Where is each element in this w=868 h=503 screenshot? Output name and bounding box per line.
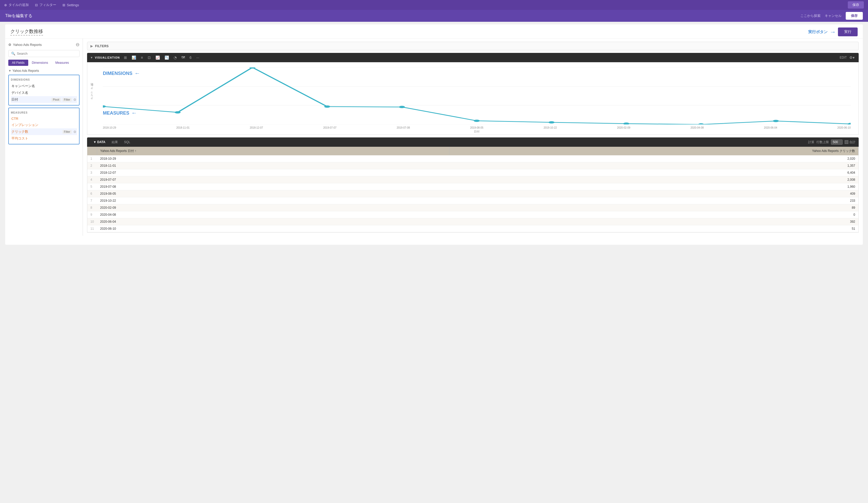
row-date: 2020-06-10 bbox=[97, 225, 449, 232]
clicks-filter-tag[interactable]: Filter bbox=[62, 130, 72, 134]
pie-icon[interactable]: ◔ bbox=[173, 55, 178, 60]
list-icon[interactable]: ≡ bbox=[140, 55, 144, 60]
field-date[interactable]: 日付 Pivot Filter ⚙ bbox=[11, 96, 77, 103]
measures-section-label: MEASURES bbox=[11, 111, 77, 114]
row-value: 233 bbox=[449, 197, 858, 204]
y-axis-label: クリック数 bbox=[90, 88, 94, 102]
row-date: 2019-08-05 bbox=[97, 190, 449, 197]
map-icon[interactable]: 🗺 bbox=[180, 55, 186, 60]
field-ctr[interactable]: CTR bbox=[11, 115, 77, 122]
add-tile-item[interactable]: ⊕ タイルの追加 bbox=[4, 3, 29, 7]
svg-point-11 bbox=[324, 105, 330, 108]
table-row: 1 2018-10-29 2,020 bbox=[87, 155, 858, 162]
scatter-icon[interactable]: ⊡ bbox=[147, 55, 152, 60]
number-icon[interactable]: 6 bbox=[189, 55, 193, 60]
filter-tag[interactable]: Filter bbox=[62, 98, 72, 102]
source-label[interactable]: ▼ Yahoo Ads Reports bbox=[8, 69, 80, 73]
svg-point-18 bbox=[848, 123, 851, 124]
date-gear-icon[interactable]: ⚙ bbox=[73, 98, 76, 102]
filters-label: FILTERS bbox=[95, 44, 109, 48]
tab-sql[interactable]: SQL bbox=[121, 140, 133, 144]
svg-point-8 bbox=[103, 105, 106, 108]
search-input[interactable] bbox=[17, 52, 77, 56]
svg-point-17 bbox=[773, 120, 779, 122]
row-date: 2018-10-29 bbox=[97, 155, 449, 162]
field-clicks-name: クリック数 bbox=[11, 129, 28, 134]
search-box: 🔍 bbox=[8, 50, 80, 57]
edit-save-button[interactable]: 保存 bbox=[846, 12, 863, 20]
col-clicks[interactable]: Yahoo Ads Reports クリック数 bbox=[449, 147, 858, 155]
area-icon[interactable]: 📉 bbox=[164, 55, 170, 60]
bar-icon[interactable]: 📊 bbox=[131, 55, 137, 60]
data-tabs: ▼ DATA 結果 SQL bbox=[90, 140, 133, 144]
svg-point-13 bbox=[474, 120, 479, 122]
settings-label: Settings bbox=[67, 3, 79, 7]
more-icon[interactable]: ··· bbox=[195, 55, 200, 60]
row-num: 10 bbox=[87, 218, 97, 225]
table-header-row: Yahoo Ads Reports 日付 ↑ Yahoo Ads Reports… bbox=[87, 147, 858, 155]
body-layout: ⚙ Yahoo Ads Reports ⊖ 🔍 All Fields Dimen… bbox=[5, 39, 863, 236]
edit-bar-title: Tileを編集する bbox=[5, 13, 32, 19]
pivot-tag[interactable]: Pivot bbox=[51, 98, 61, 102]
row-value: 392 bbox=[449, 218, 858, 225]
viz-edit-button[interactable]: EDIT bbox=[840, 56, 847, 59]
row-num: 3 bbox=[87, 169, 97, 176]
chevron-down-icon: ▼ bbox=[8, 69, 11, 73]
row-date: 2020-06-04 bbox=[97, 218, 449, 225]
col-num bbox=[87, 147, 97, 155]
row-num: 11 bbox=[87, 225, 97, 232]
field-device[interactable]: デバイス名 bbox=[11, 89, 77, 96]
settings-item[interactable]: ⊞ Settings bbox=[62, 3, 79, 7]
tab-results[interactable]: 結果 bbox=[108, 140, 121, 144]
tab-data-chevron: ▼ bbox=[93, 140, 97, 144]
field-device-name: デバイス名 bbox=[11, 90, 28, 95]
row-date: 2019-07-07 bbox=[97, 176, 449, 183]
table-row: 6 2019-08-05 409 bbox=[87, 190, 858, 197]
collapse-icon[interactable]: ⊖ bbox=[76, 42, 80, 48]
table-row: 8 2020-02-09 89 bbox=[87, 204, 858, 211]
col-date[interactable]: Yahoo Ads Reports 日付 ↑ bbox=[97, 147, 449, 155]
top-bar: ⊕ タイルの追加 ⊟ フィルター ⊞ Settings 保存 bbox=[0, 0, 868, 10]
search-icon: 🔍 bbox=[11, 52, 15, 56]
edit-bar-search[interactable]: ここから探索 bbox=[800, 13, 820, 18]
viz-gear-icon[interactable]: ⚙▾ bbox=[848, 55, 856, 60]
total-checkbox[interactable]: 合計 bbox=[845, 140, 856, 144]
dimensions-label: DIMENSIONS bbox=[103, 71, 132, 76]
calc-label[interactable]: 計算 bbox=[808, 140, 814, 144]
row-num: 2 bbox=[87, 162, 97, 169]
row-value: 89 bbox=[449, 204, 858, 211]
tab-dimensions[interactable]: Dimensions bbox=[28, 60, 52, 66]
field-tabs: All Fields Dimensions Measures bbox=[8, 60, 80, 66]
tab-measures[interactable]: Measures bbox=[52, 60, 73, 66]
row-limit-input[interactable] bbox=[831, 140, 843, 145]
filters-bar[interactable]: ▶ FILTERS bbox=[87, 42, 859, 50]
field-impression[interactable]: インプレッション bbox=[11, 122, 77, 128]
top-save-button[interactable]: 保存 bbox=[848, 1, 864, 9]
run-annotation-label: 実行ボタン bbox=[808, 30, 828, 34]
measures-label: MEASURES bbox=[103, 110, 129, 116]
run-arrow-icon: → bbox=[830, 28, 836, 36]
tab-data[interactable]: ▼ DATA bbox=[90, 140, 108, 144]
filter-icon: ⊟ bbox=[35, 3, 38, 7]
table-row: 7 2019-10-22 233 bbox=[87, 197, 858, 204]
panel-header: ⚙ Yahoo Ads Reports ⊖ bbox=[8, 42, 80, 48]
svg-point-16 bbox=[698, 123, 704, 124]
cancel-button[interactable]: キャンセル bbox=[825, 13, 841, 18]
line-icon[interactable]: 📈 bbox=[154, 55, 161, 60]
row-date: 2018-12-07 bbox=[97, 169, 449, 176]
source-title-label: Yahoo Ads Reports bbox=[13, 43, 42, 47]
table-icon[interactable]: ⊞ bbox=[123, 55, 128, 60]
table-row: 3 2018-12-07 6,404 bbox=[87, 169, 858, 176]
field-campaign[interactable]: キャンペーン名 bbox=[11, 83, 77, 89]
field-clicks[interactable]: クリック数 Filter ⚙ bbox=[11, 128, 77, 135]
clicks-gear-icon[interactable]: ⚙ bbox=[73, 130, 76, 134]
right-panel: ▶ FILTERS ▼ VISUALIZATION ⊞ 📊 ≡ ⊡ 📈 📉 ◔ bbox=[83, 39, 863, 236]
run-button[interactable]: 実行 bbox=[838, 28, 858, 36]
filter-item[interactable]: ⊟ フィルター bbox=[35, 3, 56, 7]
field-avg-cost[interactable]: 平均コスト bbox=[11, 135, 77, 142]
tab-data-label: DATA bbox=[97, 140, 105, 144]
table-row: 10 2020-06-04 392 bbox=[87, 218, 858, 225]
field-ctr-name: CTR bbox=[11, 117, 18, 121]
table-row: 11 2020-06-10 51 bbox=[87, 225, 858, 232]
tab-all-fields[interactable]: All Fields bbox=[8, 60, 28, 66]
